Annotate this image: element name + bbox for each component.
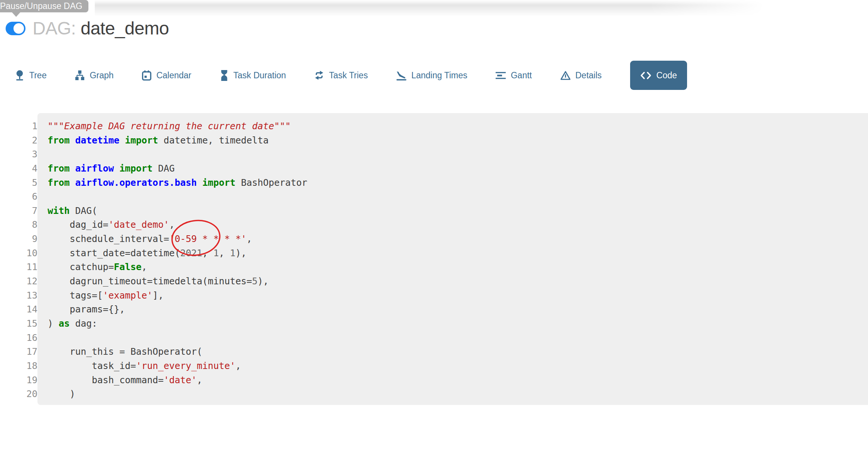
tab-gantt[interactable]: Gantt (496, 70, 532, 81)
line-number: 16 (0, 331, 37, 345)
line-number: 17 (0, 345, 37, 359)
line-number: 10 (0, 246, 37, 260)
tooltip-arrow-icon (12, 12, 20, 17)
line-number: 14 (0, 302, 37, 317)
code-line-17: run_this = BashOperator( (48, 345, 861, 359)
line-number: 9 (0, 232, 37, 246)
line-number: 18 (0, 359, 37, 373)
code-icon (640, 72, 651, 79)
tab-tree[interactable]: Tree (15, 70, 46, 81)
calendar-icon (142, 70, 151, 81)
tab-label: Graph (90, 70, 114, 81)
tab-code[interactable]: Code (630, 61, 687, 90)
dag-view-tabs: TreeGraphCalendarTask DurationTask Tries… (15, 61, 687, 90)
line-number: 20 (0, 387, 37, 401)
details-icon (560, 71, 571, 80)
tab-label: Calendar (156, 70, 191, 81)
code-line-7: with DAG( (48, 204, 861, 218)
line-number: 4 (0, 161, 37, 176)
code-block: """Example DAG returning the current dat… (37, 113, 868, 405)
tab-task-tries[interactable]: Task Tries (314, 70, 368, 81)
line-number: 5 (0, 176, 37, 190)
code-line-2: from datetime import datetime, timedelta (48, 133, 861, 148)
tooltip-text: Pause/Unpause DAG (0, 1, 82, 11)
code-line-4: from airflow import DAG (48, 161, 861, 176)
tab-label: Task Tries (329, 70, 368, 81)
tab-landing-times[interactable]: Landing Times (396, 70, 468, 81)
tab-label: Landing Times (411, 70, 468, 81)
code-line-19: bash_command='date', (48, 373, 861, 387)
tab-label: Details (575, 70, 602, 81)
gantt-icon (496, 70, 506, 81)
tab-label: Task Duration (233, 70, 286, 81)
line-number: 11 (0, 260, 37, 274)
code-line-16 (48, 331, 861, 345)
code-line-13: tags=['example'], (48, 288, 861, 303)
line-number: 19 (0, 373, 37, 387)
line-number: 15 (0, 317, 37, 331)
line-number-gutter: 1234567891011121314151617181920 (0, 113, 37, 405)
code-line-9: schedule_interval='0-59 * * * *', (48, 232, 861, 246)
code-line-18: task_id='run_every_minute', (48, 359, 861, 373)
graph-icon (75, 70, 85, 80)
line-number: 3 (0, 147, 37, 161)
code-line-10: start_date=datetime(2021, 1, 1), (48, 246, 861, 260)
line-number: 12 (0, 274, 37, 288)
line-number: 1 (0, 119, 37, 133)
plane-landing-icon (396, 70, 406, 81)
dag-name: date_demo (81, 18, 169, 38)
code-line-3 (48, 147, 861, 161)
code-line-5: from airflow.operators.bash import BashO… (48, 176, 861, 190)
pause-toggle-tooltip: Pause/Unpause DAG (0, 0, 88, 12)
line-number: 13 (0, 288, 37, 303)
code-line-8: dag_id='date_demo', (48, 218, 861, 232)
page-title: DAG: date_demo (33, 18, 169, 39)
line-number: 8 (0, 218, 37, 232)
tab-label: Code (656, 70, 677, 81)
toggle-knob (13, 23, 24, 34)
tree-pin-icon (15, 70, 24, 81)
code-line-1: """Example DAG returning the current dat… (48, 119, 861, 133)
code-line-6 (48, 190, 861, 204)
tab-label: Tree (29, 70, 46, 81)
line-number: 7 (0, 204, 37, 218)
tab-label: Gantt (511, 70, 532, 81)
tab-task-duration[interactable]: Task Duration (220, 70, 286, 81)
code-line-14: params={}, (48, 302, 861, 317)
code-line-15: ) as dag: (48, 317, 861, 331)
dag-header: DAG: date_demo (6, 18, 169, 39)
code-line-20: ) (48, 387, 861, 401)
pause-unpause-toggle[interactable] (6, 22, 25, 35)
code-line-11: catchup=False, (48, 260, 861, 274)
retry-icon (314, 70, 324, 80)
dag-prefix: DAG: (33, 18, 76, 38)
tab-details[interactable]: Details (560, 70, 602, 81)
tab-calendar[interactable]: Calendar (142, 70, 191, 81)
line-number: 6 (0, 190, 37, 204)
line-number: 2 (0, 133, 37, 148)
hourglass-icon (220, 70, 229, 81)
tab-graph[interactable]: Graph (75, 70, 114, 81)
dag-code-view: 1234567891011121314151617181920 """Examp… (0, 113, 868, 405)
code-line-12: dagrun_timeout=timedelta(minutes=5), (48, 274, 861, 288)
top-shadow-band (95, 0, 771, 17)
